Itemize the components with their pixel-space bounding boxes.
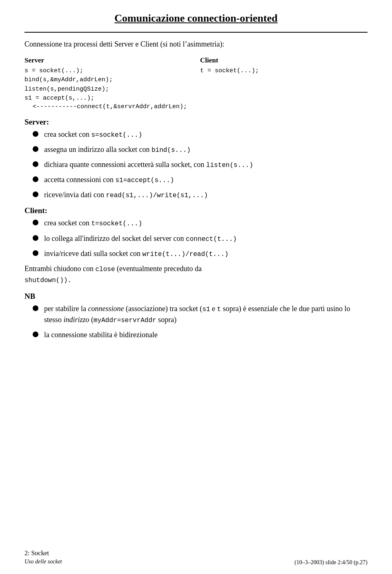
client-col-label: Client: [200, 55, 368, 66]
server-bullet-4: accetta connessioni con s1=accept(s...): [44, 174, 368, 185]
intro-text: Connessione tra processi detti Server e …: [24, 40, 368, 49]
code-listen: listen(s...): [206, 162, 253, 169]
italic-indirizzo: indirizzo: [64, 316, 89, 324]
list-item: riceve/invia dati con read(s1,...)/write…: [33, 189, 368, 200]
server-bullet-3: dichiara quante connessioni accetterà su…: [44, 159, 368, 170]
footer-sub-text: Uso delle socket: [24, 558, 62, 566]
footer-main-text: 2: Socket: [24, 549, 62, 558]
footer: 2: Socket Uso delle socket (10–3–2003) s…: [24, 549, 368, 566]
list-item: la connessione stabilita è bidirezionale: [33, 329, 368, 340]
bullet-dot: [33, 235, 38, 241]
list-item: per stabilire la connessione (associazio…: [33, 303, 368, 325]
nb-bullet-1: per stabilire la connessione (associazio…: [44, 303, 368, 325]
code-accept: s1=accept(s...): [115, 177, 174, 184]
nb-label: NB: [24, 292, 368, 301]
bullet-dot: [33, 161, 38, 167]
server-bullet-2: assegna un indirizzo alla socket con bin…: [44, 144, 368, 155]
code-t-ref: t: [217, 306, 221, 313]
code-myaddr-servraddr: myAddr=servrAddr: [94, 317, 156, 324]
nb-bullet-2: la connessione stabilita è bidirezionale: [44, 329, 368, 340]
code-shutdown: shutdown()).: [24, 277, 71, 284]
code-connect-t: connect(t...): [186, 236, 237, 243]
client-column: Client t = socket(...);: [196, 55, 368, 103]
list-item: dichiara quante connessioni accetterà su…: [33, 159, 368, 170]
page-title: Comunicazione connection-oriented: [24, 12, 368, 24]
client-bullet-1: crea socket con t=socket(...): [44, 218, 368, 229]
bullet-dot: [33, 131, 38, 137]
list-item: invia/riceve dati sulla socket con write…: [33, 248, 368, 259]
client-bullet-3: invia/riceve dati sulla socket con write…: [44, 248, 368, 259]
server-section-label: Server:: [24, 118, 368, 127]
footer-right-text: (10–3–2003) slide 2:4/50 (p.27): [294, 559, 368, 566]
bullet-dot: [33, 250, 38, 256]
code-socket-t: t=socket(...): [91, 220, 142, 227]
code-read-write-s1: read(s1,...)/write(s1,...): [106, 192, 208, 199]
list-item: assegna un indirizzo alla socket con bin…: [33, 144, 368, 155]
bullet-dot: [33, 305, 38, 311]
code-close: close: [95, 266, 115, 273]
footer-left: 2: Socket Uso delle socket: [24, 549, 62, 566]
code-s1-ref: s1: [202, 306, 210, 313]
list-item: lo collega all'indirizzo del socket del …: [33, 233, 368, 244]
code-socket-s: s=socket(...): [91, 131, 142, 139]
title-divider: [24, 32, 368, 33]
client-section-label: Client:: [24, 206, 368, 215]
bullet-dot: [33, 176, 38, 182]
list-item: accetta connessioni con s1=accept(s...): [33, 174, 368, 185]
code-write-read-t: write(t...)/read(t...): [142, 251, 228, 258]
client-bullet-list: crea socket con t=socket(...) lo collega…: [24, 218, 368, 259]
connect-line: <-----------connect(t,&servrAddr,addrLen…: [33, 103, 368, 110]
server-code-block: s = socket(...); bind(s,&myAddr,addrLen)…: [24, 67, 192, 103]
server-column: Server s = socket(...); bind(s,&myAddr,a…: [24, 55, 196, 103]
bullet-dot: [33, 220, 38, 225]
server-bullet-5: riceve/invia dati con read(s1,...)/write…: [44, 189, 368, 200]
client-bullet-2: lo collega all'indirizzo del socket del …: [44, 233, 368, 244]
nb-bullet-list: per stabilire la connessione (associazio…: [24, 303, 368, 340]
server-bullet-list: crea socket con s=socket(...) assegna un…: [24, 129, 368, 201]
closing-text: Entrambi chiudono con close (eventualmen…: [24, 263, 368, 285]
server-col-label: Server: [24, 55, 192, 66]
italic-connessione: connessione: [88, 305, 124, 313]
code-columns: Server s = socket(...); bind(s,&myAddr,a…: [24, 55, 368, 103]
list-item: crea socket con s=socket(...): [33, 129, 368, 140]
server-bullet-1: crea socket con s=socket(...): [44, 129, 368, 140]
bullet-dot: [33, 191, 38, 197]
bullet-dot: [33, 146, 38, 152]
client-code-block: t = socket(...);: [200, 67, 368, 76]
code-bind-s: bind(s...): [151, 147, 191, 154]
bullet-dot: [33, 331, 38, 337]
list-item: crea socket con t=socket(...): [33, 218, 368, 229]
